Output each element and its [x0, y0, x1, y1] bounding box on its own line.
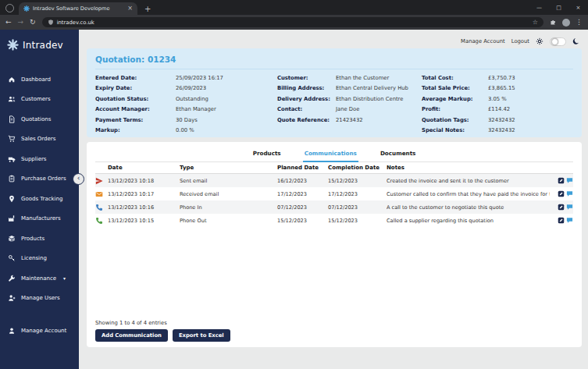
cell-date: 13/12/2023 10:18 [108, 178, 180, 184]
url-bar[interactable]: intradev.co.uk ☆ [42, 17, 543, 27]
sidebar-item-manage-account[interactable]: Manage Account [0, 321, 79, 341]
table-header-row: Date Type Planned Date Completion Date N… [95, 162, 573, 174]
info-value: 3.05 % [488, 96, 507, 106]
app-logo: Intradev [0, 30, 79, 62]
sidebar-item-label: Manage Account [21, 328, 66, 334]
info-label: Payment Terms: [95, 117, 176, 127]
sidebar-item-manufacturers[interactable]: Manufacturers [0, 209, 79, 229]
main-content: Manage Account Logout Quotation: 01234 E… [79, 30, 588, 369]
edit-communication-icon[interactable] [558, 190, 565, 197]
edit-communication-icon[interactable] [558, 204, 565, 211]
sidebar-item-products[interactable]: Products [0, 229, 79, 249]
more-menu-icon[interactable]: ⋮ [576, 19, 583, 26]
comment-icon[interactable] [566, 177, 573, 184]
info-label: Customer: [277, 75, 336, 85]
table-entries-summary: Showing 1 to 4 of 4 entries [95, 320, 167, 326]
sidebar-item-dashboard[interactable]: Dashboard [0, 69, 79, 90]
browser-tab[interactable]: Intradev Software Developme × [19, 2, 137, 15]
new-tab-icon[interactable]: + [144, 5, 151, 13]
sidebar-nav: Dashboard Customers Quotations Sales Ord… [0, 69, 79, 308]
sidebar-item-customers[interactable]: Customers [0, 90, 79, 110]
theme-toggle[interactable] [550, 37, 566, 46]
table-row: 13/12/2023 10:16 Phone In 07/12/2023 07/… [95, 200, 573, 214]
forward-icon[interactable]: → [18, 19, 24, 26]
sidebar-item-label: Dashboard [21, 76, 51, 83]
gear-icon[interactable] [536, 37, 543, 45]
minimize-icon[interactable]: — [529, 5, 549, 11]
comment-icon[interactable] [566, 217, 573, 224]
user-plus-icon [8, 294, 16, 302]
back-icon[interactable]: ← [5, 19, 12, 26]
cell-type: Sent email [180, 178, 277, 184]
quotation-summary-card: Quotation: 01234 Entered Date:25/09/2023… [87, 48, 582, 137]
table-actions: Add Communication Export to Excel [95, 329, 230, 342]
sidebar-collapse-button[interactable]: ‹ [73, 173, 84, 185]
info-label: Quote Reference: [277, 117, 336, 127]
maximize-icon[interactable]: □ [549, 5, 568, 11]
box-icon [8, 235, 16, 243]
sidebar-item-suppliers[interactable]: Suppliers [0, 149, 79, 169]
info-value: Ethan the Customer [336, 75, 389, 85]
info-value: 25/09/2023 16:17 [176, 75, 223, 85]
key-icon [8, 254, 16, 262]
edit-communication-icon[interactable] [558, 177, 565, 184]
tab-title: Intradev Software Developme [33, 5, 124, 12]
table-row: 13/12/2023 10:15 Phone Out 15/12/2023 15… [95, 214, 573, 227]
add-communication-button[interactable]: Add Communication [95, 329, 168, 342]
info-label: Quotation Status: [95, 96, 176, 106]
sidebar-item-label: Goods Tracking [21, 196, 62, 202]
browser-menu-icon[interactable] [5, 4, 14, 12]
shield-icon [48, 19, 54, 26]
extensions-icon[interactable] [550, 19, 557, 26]
cell-date: 13/12/2023 10:16 [108, 204, 180, 211]
edit-communication-icon[interactable] [558, 217, 565, 224]
cell-planned-date: 17/12/2023 [277, 191, 328, 197]
sidebar-item-manage-users[interactable]: Manage Users [0, 289, 79, 309]
home-icon [8, 76, 16, 83]
tab-close-icon[interactable]: × [127, 5, 133, 12]
info-label: Special Notes: [422, 127, 488, 137]
cell-planned-date: 15/12/2023 [277, 218, 328, 224]
bookmark-star-icon[interactable]: ☆ [533, 19, 538, 26]
info-label: Billing Address: [277, 85, 336, 95]
window-controls: — □ × [529, 0, 588, 15]
cell-type: Phone In [180, 204, 277, 211]
cell-completion-date: 15/12/2023 [328, 218, 387, 224]
sent-email-icon [95, 177, 103, 185]
logout-link[interactable]: Logout [511, 38, 529, 44]
manage-account-link[interactable]: Manage Account [461, 38, 505, 44]
profile-avatar[interactable] [562, 19, 570, 27]
col-header-date: Date [108, 165, 180, 171]
info-value: Ethan Manager [176, 106, 216, 116]
tab-communications[interactable]: Communications [303, 147, 358, 162]
sidebar-item-maintenance[interactable]: Maintenance ▾ [0, 268, 79, 289]
col-header-notes: Notes [387, 165, 550, 171]
url-text: intradev.co.uk [57, 20, 529, 26]
users-icon [8, 95, 16, 103]
document-icon [8, 115, 16, 123]
sidebar-item-sales-orders[interactable]: Sales Orders [0, 130, 79, 150]
table-row: 13/12/2023 10:17 Received email 17/12/20… [95, 187, 573, 200]
info-value: 30 Days [176, 117, 198, 127]
clipboard-icon [8, 175, 16, 183]
close-icon[interactable]: × [568, 5, 588, 11]
comment-icon[interactable] [566, 204, 573, 211]
info-value: Ethan Distribution Centre [336, 96, 403, 106]
export-to-excel-button[interactable]: Export to Excel [173, 329, 230, 342]
tab-documents[interactable]: Documents [379, 147, 417, 161]
info-value: 32432432 [488, 127, 515, 137]
info-value: 21423432 [336, 117, 363, 127]
sidebar-item-purchase-orders[interactable]: Purchase Orders [0, 169, 79, 190]
comment-icon[interactable] [566, 190, 573, 197]
col-header-completion-date: Completion Date [328, 165, 387, 171]
tab-products[interactable]: Products [251, 147, 283, 161]
sidebar-item-quotations[interactable]: Quotations [0, 109, 79, 130]
sidebar-item-label: Sales Orders [21, 136, 55, 142]
reload-icon[interactable]: ↻ [30, 19, 36, 26]
col-header-type: Type [180, 165, 277, 171]
sidebar-item-licensing[interactable]: Licensing [0, 249, 79, 269]
chevron-down-icon: ▾ [63, 275, 66, 281]
sidebar-item-goods-tracking[interactable]: Goods Tracking [0, 189, 79, 209]
cell-notes: Called a supplier regarding this quotati… [387, 218, 550, 224]
info-value: Outstanding [176, 96, 208, 106]
